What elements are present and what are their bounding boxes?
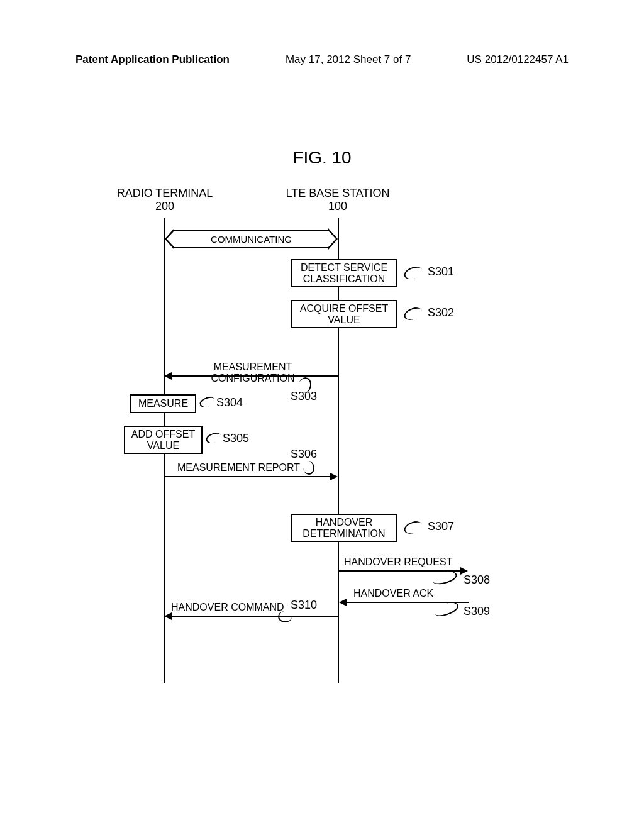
connector-s304	[198, 395, 216, 409]
arrow-handover-cmd	[171, 616, 338, 617]
entity-radio-terminal: RADIO TERMINAL 200	[111, 187, 218, 213]
step-s305: S305	[223, 432, 249, 445]
arrowhead-meas-config	[164, 372, 172, 380]
arrow-handover-req	[339, 570, 462, 572]
connector-s301	[402, 264, 424, 281]
step-s303: S303	[291, 390, 317, 403]
figure-title: FIG. 10	[0, 148, 644, 168]
line-304-305	[164, 413, 165, 426]
box-measure: MEASURE	[130, 394, 196, 413]
step-s306: S306	[291, 448, 317, 461]
connector-s308	[431, 569, 458, 587]
header-center: May 17, 2012 Sheet 7 of 7	[286, 53, 411, 66]
msg-communicating: COMMUNICATING	[174, 230, 328, 248]
msg-handover-cmd-label: HANDOVER COMMAND	[171, 602, 291, 613]
arrowhead-handover-ack	[339, 599, 347, 606]
connector-s307	[402, 519, 424, 536]
box-detect-service: DETECT SERVICE CLASSIFICATION	[291, 259, 397, 287]
entity-terminal-id: 200	[111, 200, 218, 213]
entity-basestation-id: 100	[278, 200, 397, 213]
page-header: Patent Application Publication May 17, 2…	[0, 0, 644, 66]
step-s301: S301	[428, 265, 454, 279]
step-s310: S310	[291, 599, 317, 612]
line-301-302	[338, 287, 339, 300]
box-acquire-offset: ACQUIRE OFFSET VALUE	[291, 300, 397, 328]
step-s304: S304	[216, 396, 243, 409]
box-handover-det: HANDOVER DETERMINATION	[291, 514, 397, 542]
connector-s302	[402, 305, 424, 322]
step-s309: S309	[464, 605, 490, 618]
box-add-offset: ADD OFFSET VALUE	[124, 426, 203, 454]
msg-communicating-label: COMMUNICATING	[211, 234, 292, 245]
entity-terminal-name: RADIO TERMINAL	[111, 187, 218, 200]
arrow-meas-config	[171, 375, 338, 377]
arrowhead-handover-cmd	[164, 612, 172, 620]
msg-handover-req-label: HANDOVER REQUEST	[344, 556, 464, 568]
step-s308: S308	[464, 573, 490, 587]
step-s307: S307	[428, 520, 454, 533]
entity-lte-base-station: LTE BASE STATION 100	[278, 187, 397, 213]
msg-meas-report-label: MEASUREMENT REPORT	[177, 462, 322, 473]
msg-handover-ack-label: HANDOVER ACK	[353, 588, 448, 599]
header-left: Patent Application Publication	[75, 53, 230, 66]
step-s302: S302	[428, 306, 454, 319]
header-right: US 2012/0122457 A1	[467, 53, 569, 66]
sequence-diagram: RADIO TERMINAL 200 LTE BASE STATION 100 …	[89, 187, 555, 683]
entity-basestation-name: LTE BASE STATION	[278, 187, 397, 200]
arrow-meas-report	[165, 476, 331, 477]
connector-s305	[204, 431, 223, 445]
arrowhead-meas-report	[330, 473, 338, 480]
